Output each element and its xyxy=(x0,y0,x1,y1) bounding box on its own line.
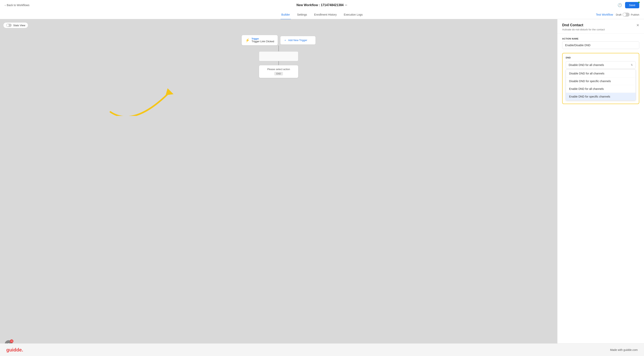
publish-label: Publish xyxy=(631,13,639,16)
tab-settings[interactable]: Settings xyxy=(296,10,308,19)
header-right: 🕐 Save xyxy=(618,2,639,8)
dropdown-item-disable-all[interactable]: Disable DND for all channels xyxy=(566,70,636,77)
dnd-select[interactable]: Disable DND for all channels ⇅ xyxy=(566,61,636,69)
dropdown-item-disable-specific[interactable]: Disable DND for specific channels xyxy=(566,77,636,85)
arrow-annotation xyxy=(95,72,180,116)
panel-header: Dnd Contact Activate do-not-disturb for … xyxy=(558,19,644,34)
toggle-knob xyxy=(623,13,626,16)
panel-body: ACTION NAME DND Disable DND for all chan… xyxy=(558,34,644,108)
dnd-label: DND xyxy=(566,57,636,59)
tabs-row: Builder Settings Enrollment History Exec… xyxy=(0,10,644,19)
action-name-label: ACTION NAME xyxy=(562,38,639,40)
svg-marker-0 xyxy=(166,88,174,95)
notification-count: 43 xyxy=(10,339,14,343)
right-panel: Dnd Contact Activate do-not-disturb for … xyxy=(557,19,644,356)
workflow-nodes: ⚡ Trigger Trigger Link Clicked ＋ Add New… xyxy=(220,35,338,78)
top-header: ‹ Back to Workflows New Workflow : 17147… xyxy=(0,0,644,19)
end-badge: END xyxy=(274,72,283,75)
dropdown-item-enable-all[interactable]: Enable DND for all channels xyxy=(566,85,636,93)
tab-execution-logs[interactable]: Execution Logs xyxy=(343,10,364,19)
stats-view-toggle[interactable]: Stats View xyxy=(3,22,28,28)
stats-toggle-switch[interactable] xyxy=(6,24,12,27)
trigger-node[interactable]: ⚡ Trigger Trigger Link Clicked xyxy=(242,35,278,45)
save-button[interactable]: Save xyxy=(625,2,639,8)
stats-view-label: Stats View xyxy=(13,24,25,27)
action-name-input[interactable] xyxy=(562,42,639,49)
back-label: Back to Workflows xyxy=(7,4,30,7)
dnd-dropdown-list: Disable DND for all channels Disable DND… xyxy=(566,70,636,100)
back-to-workflows-link[interactable]: ‹ Back to Workflows xyxy=(5,4,30,7)
trigger-label: Trigger xyxy=(252,38,274,40)
history-icon[interactable]: 🕐 xyxy=(618,3,622,7)
select-arrow-icon: ⇅ xyxy=(631,64,633,66)
panel-header-content: Dnd Contact Activate do-not-disturb for … xyxy=(562,23,605,31)
draft-toggle-group: Draft Publish xyxy=(616,13,639,17)
chevron-left-icon: ‹ xyxy=(5,4,6,7)
guidde-logo: guidde. xyxy=(6,347,23,353)
dnd-select-value: Disable DND for all channels xyxy=(569,63,604,67)
main-area: Stats View ⚡ Trigger Trigger Link Clicke… xyxy=(0,19,644,356)
test-workflow-button[interactable]: Test Workflow xyxy=(596,13,613,16)
made-with-label: Made with guidde.com xyxy=(610,348,638,351)
panel-close-button[interactable]: ✕ xyxy=(636,23,639,28)
dropdown-item-enable-specific[interactable]: Enable DND for specific channels xyxy=(566,93,636,100)
trigger-name: Trigger Link Clicked xyxy=(252,40,274,43)
header-line1: ‹ Back to Workflows New Workflow : 17147… xyxy=(0,0,644,10)
add-trigger-node[interactable]: ＋ Add New Trigger xyxy=(280,36,316,45)
trigger-icon: ⚡ xyxy=(245,38,250,43)
trigger-row: ⚡ Trigger Trigger Link Clicked ＋ Add New… xyxy=(242,35,316,45)
draft-label: Draft xyxy=(616,13,621,16)
tab-builder[interactable]: Builder xyxy=(280,10,291,19)
bottom-bar: guidde. Made with guidde.com xyxy=(0,343,644,356)
tab-enrollment-history[interactable]: Enrollment History xyxy=(313,10,338,19)
action-placeholder-text: Please select action xyxy=(264,68,294,71)
draft-toggle[interactable] xyxy=(622,13,630,17)
stats-toggle-knob xyxy=(6,24,9,27)
action-placeholder-node[interactable]: Please select action END xyxy=(259,65,298,78)
workflow-title: New Workflow : 1714748421384 xyxy=(296,3,344,7)
panel-title: Dnd Contact xyxy=(562,23,605,27)
workflow-canvas[interactable]: Stats View ⚡ Trigger Trigger Link Clicke… xyxy=(0,19,557,356)
add-trigger-label: Add New Trigger xyxy=(288,39,307,42)
dnd-section: DND Disable DND for all channels ⇅ Disab… xyxy=(562,53,639,104)
panel-subtitle: Activate do-not-disturb for the contact xyxy=(562,28,605,31)
edit-icon[interactable]: ✏ xyxy=(345,4,348,7)
plus-icon: ＋ xyxy=(284,39,286,42)
